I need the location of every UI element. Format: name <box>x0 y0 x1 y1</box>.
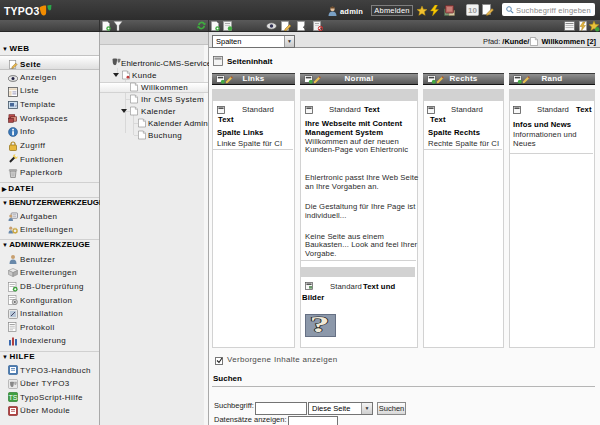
svg-text:TS: TS <box>9 394 18 401</box>
svg-text:?: ? <box>310 311 330 337</box>
svg-text:10: 10 <box>468 6 477 15</box>
